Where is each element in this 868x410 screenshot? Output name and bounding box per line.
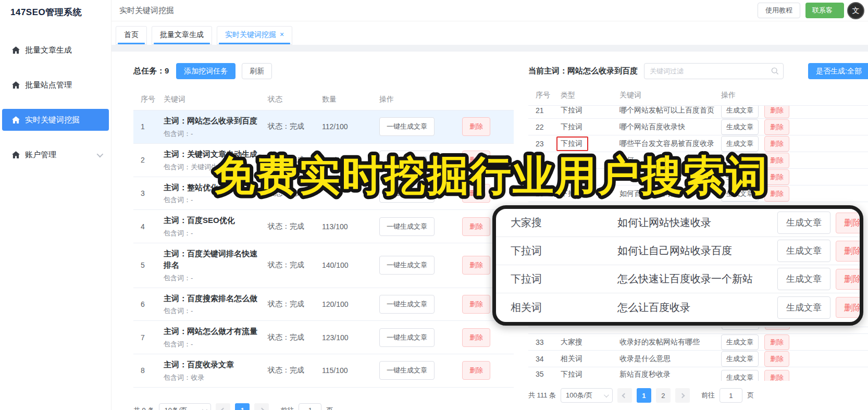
translate-extension-icon[interactable]: 文: [847, 2, 864, 19]
delete-button[interactable]: 删除: [836, 241, 863, 262]
list-item[interactable]: 26 下拉词 如何百度收录网站 生成文章删除: [528, 185, 868, 202]
close-icon[interactable]: ×: [280, 30, 284, 39]
list-item[interactable]: 23 下拉词 哪些平台发文容易被百度收录 生成文章删除: [528, 135, 868, 152]
page-size-select[interactable]: 100条/页: [561, 388, 613, 403]
keyword-type: 下拉词: [561, 189, 619, 198]
delete-button[interactable]: 删除: [764, 119, 789, 135]
table-row[interactable]: 6 主词：百度搜索排名怎么做包含词：- 状态：完成 120/100 一键生成文章…: [133, 288, 514, 321]
delete-button[interactable]: 删除: [764, 153, 789, 168]
delete-button[interactable]: 删除: [764, 351, 789, 367]
table-row[interactable]: 5 主词：百度关键词排名快速排名包含词：- 状态：完成 140/100 一键生成…: [133, 243, 514, 288]
goto-page-input[interactable]: [720, 388, 742, 403]
delete-button[interactable]: 删除: [462, 217, 490, 236]
table-row[interactable]: 4 主词：百度SEO优化包含词：- 状态：完成 113/100 一键生成文章删除: [133, 210, 514, 243]
list-item[interactable]: 25 大家搜 生成文章删除: [528, 169, 868, 185]
next-page-button[interactable]: [254, 403, 269, 410]
delete-button[interactable]: 删除: [462, 184, 490, 203]
list-item[interactable]: 34 相关词 收录是什么意思 生成文章删除: [528, 351, 868, 367]
keyword-type: 下拉词: [511, 272, 617, 286]
list-item[interactable]: 35 下拉词 新站百度秒收录 生成文章删除: [528, 367, 868, 381]
tab-keyword-mining[interactable]: 实时关键词挖掘×: [217, 26, 292, 45]
prev-page-button[interactable]: [216, 403, 230, 410]
delete-button[interactable]: 删除: [462, 328, 490, 347]
generate-article-button[interactable]: 生成文章: [777, 212, 830, 234]
list-item[interactable]: 22 下拉词 哪个网站百度收录快 生成文章删除: [528, 119, 868, 135]
keyword-text: 如何: [619, 156, 721, 165]
list-item[interactable]: 21 下拉词 哪个网站发帖可以上百度首页 生成文章删除: [528, 106, 868, 119]
sidebar-item-account[interactable]: 账户管理: [2, 144, 109, 166]
delete-button[interactable]: 删除: [836, 269, 863, 290]
row-number: 1: [141, 122, 164, 131]
delete-button[interactable]: 删除: [462, 295, 490, 314]
tasks-table: 序号 关键词 状态 数量 操作 1 主词：网站怎么收录到百度包含词：- 状态：完…: [133, 90, 514, 388]
generate-article-button[interactable]: 一键生成文章: [379, 117, 435, 136]
generate-article-button[interactable]: 生成文章: [721, 106, 759, 118]
delete-button[interactable]: 删除: [764, 106, 789, 118]
generate-all-button[interactable]: 是否生成:全部: [808, 63, 868, 79]
row-number: 24: [536, 156, 561, 165]
page-number-button[interactable]: 2: [656, 388, 671, 403]
delete-button[interactable]: 删除: [764, 186, 789, 202]
contact-support-button[interactable]: 联系客: [805, 3, 844, 18]
next-page-button[interactable]: [675, 388, 690, 403]
list-item[interactable]: 33 大家搜 收录好的发帖网站有哪些 生成文章删除: [528, 334, 868, 351]
page-number-button[interactable]: 1: [235, 403, 250, 410]
table-row[interactable]: 1 主词：网站怎么收录到百度包含词：- 状态：完成 112/100 一键生成文章…: [133, 110, 514, 144]
row-number: 26: [536, 190, 561, 198]
goto-page-input[interactable]: [299, 403, 321, 410]
page-size-select[interactable]: 10条/页: [159, 403, 211, 410]
generate-article-button[interactable]: 生成文章: [777, 268, 830, 290]
generate-article-button[interactable]: 生成文章: [777, 240, 830, 262]
task-status: 状态：完成: [268, 300, 322, 309]
refresh-button[interactable]: 刷新: [242, 63, 272, 79]
keyword-filter-input[interactable]: [644, 63, 784, 79]
page-number-button[interactable]: 1: [637, 388, 651, 403]
delete-button[interactable]: 删除: [764, 169, 789, 185]
table-row[interactable]: 3 主词：整站优化包含词：- 状态：完成 一键生成文章删除: [133, 177, 514, 210]
arrow-left-icon: [221, 408, 226, 410]
generate-article-button[interactable]: 生成文章: [721, 351, 759, 367]
generate-article-button[interactable]: 生成文章: [721, 370, 759, 381]
delete-button[interactable]: 删除: [462, 151, 490, 169]
tutorial-button[interactable]: 使用教程: [758, 3, 800, 18]
sidebar-item-label: 批量文章生成: [25, 45, 72, 55]
delete-button[interactable]: 删除: [764, 334, 789, 350]
generate-article-button[interactable]: 一键生成文章: [379, 151, 435, 169]
table-row[interactable]: 7 主词：网站怎么做才有流量包含词：- 状态：完成 123/100 一键生成文章…: [133, 321, 514, 354]
generate-article-button[interactable]: 生成文章: [721, 136, 759, 152]
generate-article-button[interactable]: 一键生成文章: [379, 328, 435, 347]
add-mining-task-button[interactable]: 添加挖词任务: [176, 63, 235, 79]
generate-article-button[interactable]: 生成文章: [777, 296, 830, 319]
delete-button[interactable]: 删除: [462, 256, 490, 275]
generate-article-button[interactable]: 一键生成文章: [379, 295, 435, 314]
task-include-words: 包含词：-: [164, 195, 268, 205]
delete-button[interactable]: 删除: [462, 361, 490, 380]
generate-article-button[interactable]: 一键生成文章: [379, 217, 435, 236]
sidebar-item-batch-site[interactable]: 批量站点管理: [2, 74, 109, 96]
generate-article-button[interactable]: 一键生成文章: [379, 256, 435, 275]
generate-article-button[interactable]: 生成文章: [721, 169, 759, 185]
sidebar-item-keyword-mining[interactable]: 实时关键词挖掘: [2, 109, 109, 131]
task-keyword: 主词：百度关键词排名快速排名: [164, 248, 268, 271]
delete-button[interactable]: 删除: [836, 213, 863, 233]
table-row[interactable]: 8 主词：百度收录文章包含词：收录 状态：完成 115/100 一键生成文章删除: [133, 354, 514, 388]
sidebar-item-batch-article[interactable]: 批量文章生成: [2, 39, 109, 61]
delete-button[interactable]: 删除: [764, 136, 789, 152]
delete-button[interactable]: 删除: [764, 370, 789, 381]
task-status: 状态：完成: [268, 366, 322, 375]
generate-article-button[interactable]: 生成文章: [721, 186, 759, 202]
delete-button[interactable]: 删除: [836, 297, 863, 318]
callout-row: 下拉词 怎么快速让百度收录一个新站 生成文章 删除: [496, 265, 860, 293]
generate-article-button[interactable]: 生成文章: [721, 334, 759, 350]
generate-article-button[interactable]: 生成文章: [721, 153, 759, 168]
generate-article-button[interactable]: 生成文章: [721, 119, 759, 135]
list-item[interactable]: 24 下拉词 如何 生成文章删除: [528, 152, 868, 169]
table-row[interactable]: 2 主词：关键词文章自动生成包含词：关键词生成 状态：完成 100/100 一键…: [133, 144, 514, 177]
prev-page-button[interactable]: [617, 388, 632, 403]
tab-home[interactable]: 首页: [116, 26, 147, 45]
delete-button[interactable]: 删除: [462, 117, 490, 136]
generate-article-button[interactable]: 一键生成文章: [379, 361, 435, 380]
task-keyword: 主词：关键词文章自动生成: [164, 148, 268, 160]
tab-batch-article[interactable]: 批量文章生成: [152, 26, 212, 45]
generate-article-button[interactable]: 一键生成文章: [379, 184, 435, 203]
